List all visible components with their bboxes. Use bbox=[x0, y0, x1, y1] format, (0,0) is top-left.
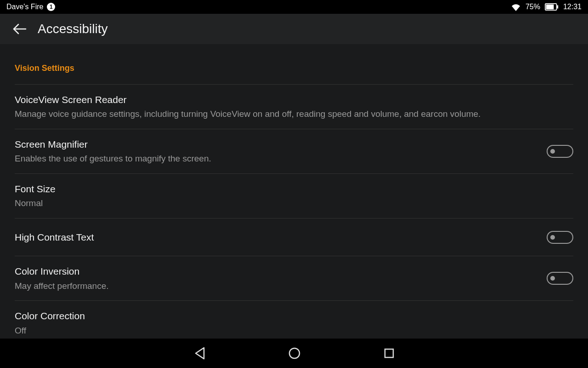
section-header-vision: Vision Settings bbox=[15, 44, 573, 85]
row-font-size[interactable]: Font Size Normal bbox=[15, 174, 573, 218]
svg-point-5 bbox=[289, 348, 300, 358]
nav-bar bbox=[0, 339, 588, 368]
toggle-high-contrast[interactable] bbox=[547, 231, 573, 244]
row-title: Screen Magnifier bbox=[15, 138, 537, 151]
notification-badge[interactable]: 1 bbox=[47, 3, 55, 11]
wifi-icon bbox=[511, 3, 521, 11]
row-subtitle: Off bbox=[15, 325, 573, 337]
app-bar: Accessibility bbox=[0, 14, 588, 44]
row-color-inversion[interactable]: Color Inversion May affect performance. bbox=[15, 256, 573, 301]
row-title: Font Size bbox=[15, 182, 573, 196]
toggle-screen-magnifier[interactable] bbox=[547, 145, 573, 158]
row-subtitle: Normal bbox=[15, 197, 573, 210]
device-name: Dave's Fire bbox=[6, 3, 43, 11]
row-title: VoiceView Screen Reader bbox=[15, 93, 573, 106]
row-title: High Contrast Text bbox=[15, 230, 537, 244]
toggle-color-inversion[interactable] bbox=[547, 272, 573, 285]
svg-rect-6 bbox=[385, 349, 393, 357]
row-title: Color Correction bbox=[15, 309, 573, 322]
svg-rect-1 bbox=[546, 5, 554, 10]
row-screen-magnifier[interactable]: Screen Magnifier Enables the use of gest… bbox=[15, 129, 573, 174]
clock: 12:31 bbox=[563, 3, 582, 11]
nav-recent-button[interactable] bbox=[384, 348, 395, 359]
row-title: Color Inversion bbox=[15, 264, 537, 278]
battery-percent: 75% bbox=[526, 3, 540, 11]
row-voiceview[interactable]: VoiceView Screen Reader Manage voice gui… bbox=[15, 85, 573, 129]
row-color-correction[interactable]: Color Correction Off bbox=[15, 301, 573, 337]
svg-rect-2 bbox=[557, 5, 558, 8]
row-high-contrast[interactable]: High Contrast Text bbox=[15, 218, 573, 256]
svg-marker-4 bbox=[196, 348, 204, 359]
row-subtitle: Manage voice guidance settings, includin… bbox=[15, 108, 573, 121]
row-subtitle: May affect performance. bbox=[15, 280, 537, 293]
status-bar: Dave's Fire 1 75% 12:31 bbox=[0, 0, 588, 14]
battery-icon bbox=[545, 3, 559, 11]
nav-home-button[interactable] bbox=[288, 347, 301, 360]
row-subtitle: Enables the use of gestures to magnify t… bbox=[15, 153, 537, 165]
settings-list: Vision Settings VoiceView Screen Reader … bbox=[0, 44, 588, 339]
back-button[interactable] bbox=[13, 23, 27, 34]
nav-back-button[interactable] bbox=[193, 347, 205, 360]
page-title: Accessibility bbox=[38, 22, 107, 36]
